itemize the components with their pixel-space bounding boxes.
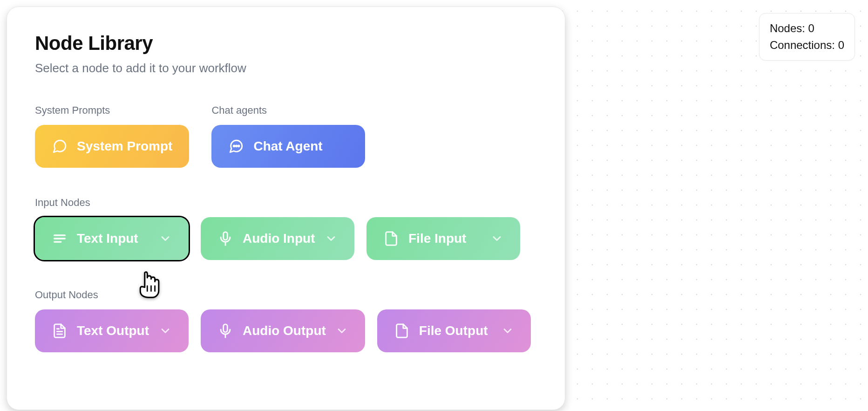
chevron-down-icon — [159, 324, 172, 337]
audio-input-node-button[interactable]: Audio Input — [201, 217, 354, 260]
node-library-panel: Node Library Select a node to add it to … — [7, 7, 565, 410]
file-input-node-label: File Input — [408, 231, 466, 246]
audio-output-node-label: Audio Output — [243, 323, 326, 338]
svg-rect-6 — [224, 232, 228, 240]
chevron-down-icon — [335, 324, 348, 337]
file-output-node-button[interactable]: File Output — [377, 309, 531, 352]
text-output-node-label: Text Output — [77, 323, 149, 338]
section-label-input-nodes: Input Nodes — [35, 197, 537, 209]
system-prompt-node-button[interactable]: System Prompt — [35, 125, 189, 168]
chevron-down-icon — [159, 232, 172, 245]
svg-point-1 — [236, 145, 237, 147]
svg-point-0 — [234, 145, 235, 147]
panel-subtitle: Select a node to add it to your workflow — [35, 61, 537, 75]
file-input-node-button[interactable]: File Input — [366, 217, 520, 260]
text-output-node-button[interactable]: Text Output — [35, 309, 189, 352]
svg-point-2 — [238, 145, 240, 147]
panel-title: Node Library — [35, 32, 537, 55]
chat-agent-node-label: Chat Agent — [253, 139, 322, 154]
graph-status-panel: Nodes: 0 Connections: 0 — [759, 13, 855, 61]
text-lines-icon — [52, 231, 68, 247]
text-input-node-label: Text Input — [77, 231, 138, 246]
audio-input-node-label: Audio Input — [243, 231, 315, 246]
file-icon — [383, 231, 399, 247]
nodes-count-line: Nodes: 0 — [770, 20, 844, 37]
text-input-node-button[interactable]: Text Input — [35, 217, 189, 260]
microphone-icon — [217, 323, 233, 339]
connections-count-line: Connections: 0 — [770, 37, 844, 54]
svg-rect-11 — [224, 324, 228, 332]
speech-bubble-icon — [52, 138, 68, 154]
connections-count-label: Connections: — [770, 39, 835, 51]
file-output-node-label: File Output — [419, 323, 488, 338]
section-label-output-nodes: Output Nodes — [35, 289, 537, 301]
chevron-down-icon — [501, 324, 514, 337]
chevron-down-icon — [490, 232, 503, 245]
chat-dots-icon — [228, 138, 244, 154]
connections-count-value: 0 — [838, 39, 844, 51]
section-label-system-prompts: System Prompts — [35, 104, 189, 116]
chevron-down-icon — [325, 232, 338, 245]
file-text-icon — [52, 323, 68, 339]
section-label-chat-agents: Chat agents — [211, 104, 365, 116]
audio-output-node-button[interactable]: Audio Output — [201, 309, 365, 352]
nodes-count-label: Nodes: — [770, 22, 805, 34]
system-prompt-node-label: System Prompt — [77, 139, 172, 154]
chat-agent-node-button[interactable]: Chat Agent — [211, 125, 365, 168]
file-icon — [394, 323, 410, 339]
nodes-count-value: 0 — [808, 22, 814, 34]
microphone-icon — [217, 231, 233, 247]
